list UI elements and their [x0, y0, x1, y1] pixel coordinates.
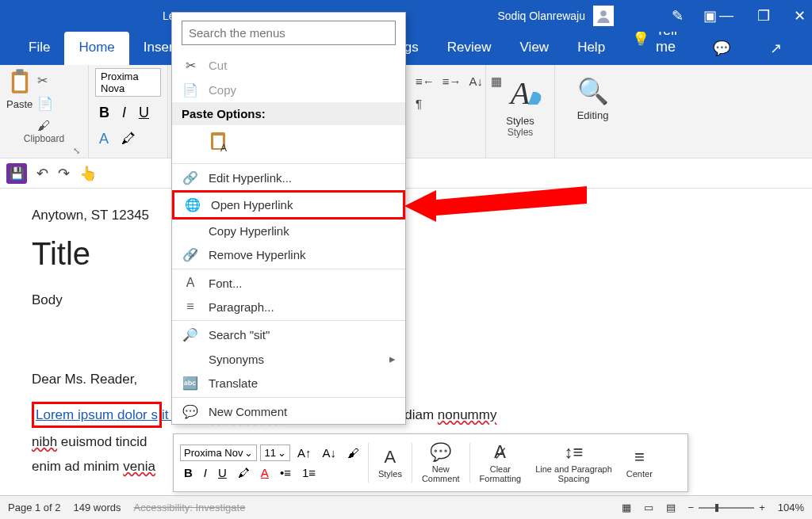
mini-underline[interactable]: U: [214, 464, 231, 481]
menu-copy-hyperlink[interactable]: Copy Hyperlink: [172, 219, 405, 242]
bold-button[interactable]: B: [95, 103, 113, 123]
show-marks-icon[interactable]: ¶: [416, 97, 422, 110]
eraser-icon: A̷: [494, 442, 506, 463]
menu-view[interactable]: View: [506, 32, 564, 65]
accessibility-status[interactable]: Accessibility: Investigate: [133, 502, 245, 513]
menu-font[interactable]: AFont...: [172, 271, 405, 295]
mini-bold[interactable]: B: [180, 464, 197, 481]
view-read-icon[interactable]: ▭: [644, 502, 653, 513]
mini-styles[interactable]: AStyles: [373, 447, 407, 479]
pen-icon[interactable]: ✎: [672, 7, 684, 25]
clipboard-icon: [8, 68, 32, 95]
clipboard-launcher-icon[interactable]: ⤡: [6, 146, 82, 156]
group-clipboard: Paste ✂ 📄 🖌 Clipboard ⤡: [0, 65, 89, 158]
paragraph-1[interactable]: Lorem ipsum dolor sit amet, consectetuer…: [32, 402, 780, 428]
format-painter-icon[interactable]: 🖌: [37, 119, 53, 133]
menu-search-sit[interactable]: 🔎Search "sit": [172, 322, 405, 347]
zoom-slider[interactable]: − +: [688, 502, 765, 513]
status-bar: Page 1 of 2 149 words Accessibility: Inv…: [0, 495, 812, 519]
mini-bullets-icon[interactable]: •≡: [276, 464, 295, 481]
menubar: File Home Insert Design Layout Reference…: [0, 32, 812, 65]
menu-new-comment[interactable]: 💬New Comment: [172, 399, 405, 424]
share-toolbar-icon[interactable]: ↗: [760, 32, 791, 65]
save-button[interactable]: 💾: [6, 163, 27, 184]
mini-highlight-icon[interactable]: 🖍: [234, 464, 254, 481]
paste-option-keep-text[interactable]: A: [172, 125, 405, 162]
menu-open-hyperlink[interactable]: 🌐Open Hyperlink: [172, 190, 405, 219]
group-editing: 🔍 Editing: [555, 65, 630, 158]
chevron-down-icon: ⌄: [244, 447, 253, 459]
touch-mode-icon[interactable]: 👆: [79, 165, 97, 182]
page-indicator[interactable]: Page 1 of 2: [8, 502, 61, 513]
menu-synonyms[interactable]: Synonyms▸: [172, 347, 405, 371]
italic-button[interactable]: I: [118, 103, 130, 123]
user-block[interactable]: Sodiq Olanrewaju: [497, 6, 614, 26]
paragraph-icon: ≡: [182, 300, 199, 314]
titlebar-icons: ✎ ▣: [672, 7, 717, 25]
mini-font-color[interactable]: A: [257, 464, 273, 481]
cut-icon[interactable]: ✂: [37, 73, 53, 88]
zoom-out-icon[interactable]: −: [688, 502, 695, 513]
zoom-level[interactable]: 104%: [778, 502, 804, 513]
comment-icon: 💬: [182, 404, 199, 419]
view-print-icon[interactable]: ▦: [622, 502, 631, 513]
menu-remove-hyperlink[interactable]: 🔗̸Remove Hyperlink: [172, 242, 405, 267]
mini-toolbar: Proxima Nov ⌄ 11 ⌄ A↑ A↓ 🖌 B I U 🖍 A •≡ …: [173, 433, 688, 492]
editing-button[interactable]: 🔍 Editing: [561, 68, 624, 121]
shrink-font-icon[interactable]: A↓: [318, 445, 340, 461]
format-painter-icon[interactable]: 🖌: [343, 445, 363, 461]
menu-search-input[interactable]: [182, 21, 396, 45]
doc-title: Title: [32, 236, 780, 272]
underline-button[interactable]: U: [135, 103, 153, 123]
remove-link-icon: 🔗̸: [182, 247, 199, 262]
copy-icon[interactable]: 📄: [37, 96, 53, 111]
close-button[interactable]: ✕: [794, 7, 806, 25]
word-count[interactable]: 149 words: [74, 502, 121, 513]
view-web-icon[interactable]: ▤: [666, 502, 676, 513]
sort-icon[interactable]: A↓: [469, 74, 484, 89]
restore-button[interactable]: ❐: [757, 7, 770, 25]
text-effects-icon[interactable]: A: [95, 129, 113, 149]
menu-review[interactable]: Review: [433, 32, 506, 65]
menu-file[interactable]: File: [14, 32, 64, 65]
mini-numbers-icon[interactable]: 1≡: [298, 464, 320, 481]
font-name-box[interactable]: Proxima Nova: [95, 68, 161, 97]
menu-translate[interactable]: 🔤Translate: [172, 371, 405, 395]
menu-help[interactable]: Help: [563, 32, 619, 65]
undo-button[interactable]: ↶: [36, 165, 48, 182]
comments-icon[interactable]: 💬: [703, 32, 740, 65]
paste-button[interactable]: Paste: [6, 68, 33, 110]
borders-icon[interactable]: ▦: [491, 74, 502, 89]
center-icon: ≡: [634, 447, 645, 467]
mini-new-comment[interactable]: 💬New Comment: [417, 442, 465, 483]
indent-decrease-icon[interactable]: ≡←: [416, 74, 435, 89]
mini-font-name[interactable]: Proxima Nov ⌄: [180, 445, 257, 461]
greeting: Dear Ms. Reader,: [32, 372, 780, 387]
doc-body-heading: Body: [32, 292, 780, 308]
zoom-in-icon[interactable]: +: [759, 502, 765, 513]
mini-line-spacing[interactable]: ↕≡Line and Paragraph Spacing: [530, 442, 617, 483]
minimize-button[interactable]: —: [719, 7, 733, 25]
mini-font-size[interactable]: 11 ⌄: [260, 445, 289, 461]
highlight-icon[interactable]: 🖍: [117, 129, 140, 149]
menu-copy[interactable]: 📄Copy: [172, 78, 405, 102]
styles-icon: A: [511, 74, 530, 112]
grow-font-icon[interactable]: A↑: [293, 445, 316, 461]
menu-paragraph[interactable]: ≡Paragraph...: [172, 295, 405, 319]
menu-cut[interactable]: ✂Cut: [172, 53, 405, 78]
mini-center[interactable]: ≡Center: [622, 447, 657, 479]
menu-home[interactable]: Home: [64, 32, 128, 65]
clipboard-label: Clipboard: [6, 133, 82, 146]
indent-increase-icon[interactable]: ≡→: [442, 74, 462, 89]
share-icon[interactable]: ▣: [703, 7, 717, 25]
user-avatar-icon[interactable]: [593, 6, 614, 26]
menu-edit-hyperlink[interactable]: 🔗Edit Hyperlink...: [172, 166, 405, 190]
mini-italic[interactable]: I: [200, 464, 211, 481]
hyperlink-text[interactable]: Lorem ipsum dolor s: [36, 407, 158, 422]
ribbon: Paste ✂ 📄 🖌 Clipboard ⤡ Proxima Nova B I…: [0, 65, 812, 158]
styles-icon: A: [385, 447, 396, 467]
redo-button[interactable]: ↷: [58, 165, 70, 182]
mini-clear-formatting[interactable]: A̷Clear Formatting: [475, 442, 527, 483]
group-paragraph: ≡← ≡→ A↓ ▦ ¶: [412, 70, 508, 115]
svg-point-0: [600, 10, 607, 17]
